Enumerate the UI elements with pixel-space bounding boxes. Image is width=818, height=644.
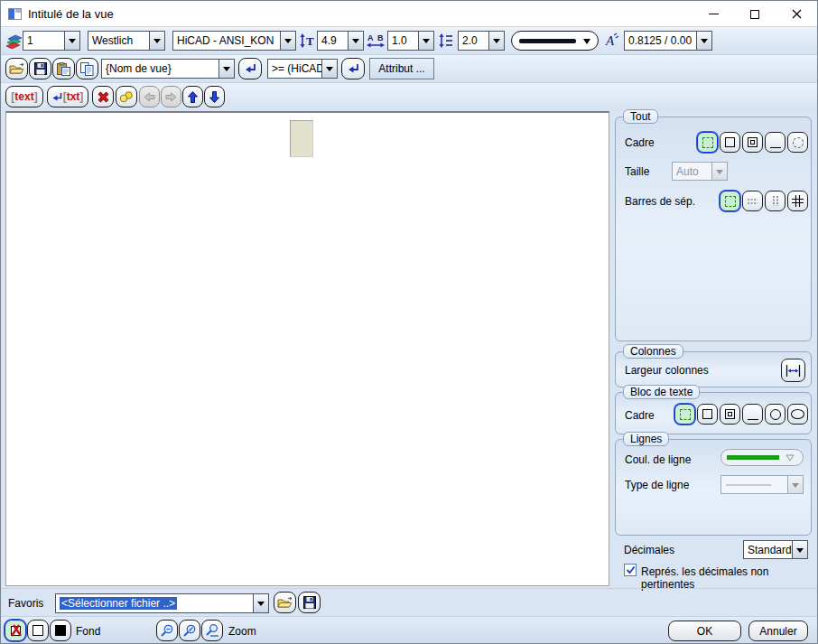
background-white-button[interactable]: [27, 620, 49, 641]
group-bloc-de-texte: Bloc de texte Cadre: [615, 392, 812, 434]
delete-button[interactable]: [92, 86, 114, 107]
chevron-down-icon[interactable]: [418, 32, 433, 50]
background-black-button[interactable]: [50, 620, 71, 641]
chevron-down-icon[interactable]: [280, 32, 295, 50]
settings-panel: Tout Cadre Taille Auto Barres de sép.: [613, 111, 813, 587]
save-button[interactable]: [29, 58, 51, 79]
grid-icon: [792, 195, 804, 207]
back-icon: [144, 92, 155, 102]
view-title-block[interactable]: [290, 120, 313, 157]
char-width-icon: A B: [367, 33, 385, 49]
close-button[interactable]: [776, 1, 817, 27]
enter-icon: [245, 63, 256, 74]
preview-canvas[interactable]: [5, 111, 609, 586]
direction-combo[interactable]: Westlich: [88, 31, 165, 51]
enter-icon: [348, 63, 359, 74]
zoom-in-button[interactable]: [179, 620, 200, 641]
zoom-out-button[interactable]: [156, 620, 178, 641]
save-icon: [34, 62, 47, 75]
separator-vertical-button[interactable]: [765, 191, 785, 211]
double-square-icon: [748, 137, 758, 147]
background-transparent-button[interactable]: [5, 620, 26, 641]
enter-icon: [52, 92, 62, 102]
text-height-combo[interactable]: 4.9: [317, 31, 364, 51]
open-button[interactable]: [5, 58, 28, 79]
save-icon: [303, 596, 316, 609]
tout-cadre-none-button[interactable]: [697, 132, 718, 153]
maximize-button[interactable]: [734, 1, 776, 27]
cancel-button-label: Annuler: [759, 625, 796, 638]
line-type-combo[interactable]: [720, 475, 804, 494]
chevron-down-icon[interactable]: [696, 32, 711, 50]
attribut-button[interactable]: Attribut ...: [369, 58, 434, 79]
decimales-label: Décimales: [624, 544, 674, 556]
tout-cadre-circle-button[interactable]: [787, 132, 808, 153]
decimales-combo[interactable]: Standard: [743, 540, 808, 559]
chevron-down-icon[interactable]: [488, 32, 504, 50]
couleur-ligne-label: Coul. de ligne: [625, 453, 691, 466]
favoris-save-button[interactable]: [298, 592, 321, 613]
forward-button[interactable]: [161, 86, 181, 107]
slant-combo[interactable]: 0.8125 / 0.00: [624, 31, 712, 51]
insert-text-label: text: [14, 90, 33, 103]
line-spacing-combo[interactable]: 2.0: [458, 31, 505, 51]
decimales-checkbox[interactable]: [624, 564, 637, 576]
line-style-preview: [519, 39, 576, 43]
taille-combo[interactable]: Auto: [672, 162, 728, 181]
bracket-glyph: ]: [79, 90, 83, 103]
app-icon: [8, 8, 22, 20]
paste-button[interactable]: [52, 58, 75, 79]
direction-combo-value: Westlich: [88, 32, 149, 50]
bloc-cadre-double-box-button[interactable]: [720, 404, 740, 425]
favoris-open-button[interactable]: [274, 592, 296, 613]
double-square-icon: [725, 409, 735, 419]
titlebar: Intitulé de la vue: [1, 1, 817, 27]
chevron-down-icon[interactable]: [253, 594, 268, 612]
separator-none-button[interactable]: [720, 191, 740, 211]
zoom-fit-button[interactable]: [201, 620, 223, 641]
bloc-cadre-underline-button[interactable]: [742, 404, 763, 425]
chevron-down-icon[interactable]: [64, 32, 79, 50]
separator-horizontal-button[interactable]: [742, 191, 763, 211]
insert-txt-label: txt: [67, 90, 80, 103]
view-name-combo[interactable]: {Nom de vue}: [101, 59, 235, 79]
copy-button[interactable]: [76, 58, 98, 79]
tout-cadre-underline-button[interactable]: [765, 132, 785, 153]
insert-linebreak-text-button[interactable]: [txt]: [47, 86, 88, 107]
favoris-combo[interactable]: <Sélectionner fichier ..>: [55, 593, 269, 613]
bloc-cadre-box-button[interactable]: [697, 404, 718, 425]
back-button[interactable]: [139, 86, 160, 107]
square-icon: [725, 137, 735, 147]
chevron-down-icon[interactable]: [792, 541, 807, 558]
ok-button[interactable]: OK: [668, 621, 741, 641]
favorites-bar: Favoris <Sélectionner fichier ..>: [1, 588, 817, 616]
separator-grid-button[interactable]: [787, 191, 808, 211]
insert-name-button[interactable]: [238, 58, 262, 79]
insert-text-button[interactable]: [text]: [5, 86, 43, 107]
minimize-button[interactable]: [693, 1, 734, 27]
attributes-button[interactable]: [116, 86, 137, 107]
dialog-intitule-de-la-vue: Intitulé de la vue 1 Westlich HiCAD: [0, 0, 818, 644]
open-icon: [9, 63, 24, 75]
move-up-button[interactable]: [182, 86, 203, 107]
layer-combo[interactable]: 1: [23, 31, 80, 51]
chevron-down-icon[interactable]: [321, 60, 337, 78]
tout-cadre-double-box-button[interactable]: [742, 132, 763, 153]
bloc-cadre-circle-button[interactable]: [765, 404, 785, 425]
bloc-cadre-none-button[interactable]: [674, 404, 695, 425]
line-color-combo[interactable]: [720, 449, 804, 466]
chevron-down-icon[interactable]: [218, 60, 234, 78]
insert-attribute-button[interactable]: [341, 58, 365, 79]
font-combo[interactable]: HiCAD - ANSI_KON: [172, 31, 296, 51]
chevron-down-icon[interactable]: [348, 32, 363, 50]
chevron-down-icon[interactable]: [149, 32, 164, 50]
column-width-button[interactable]: [781, 359, 805, 382]
char-width-combo[interactable]: 1.0: [387, 31, 434, 51]
cancel-button[interactable]: Annuler: [748, 621, 808, 641]
tout-cadre-box-button[interactable]: [720, 132, 740, 153]
move-down-button[interactable]: [204, 86, 225, 107]
attribute-filter-combo[interactable]: >= (HiCAD: [267, 59, 338, 79]
line-style-combo[interactable]: [511, 31, 599, 51]
delete-icon: [98, 91, 109, 103]
bloc-cadre-oval-button[interactable]: [787, 404, 808, 425]
